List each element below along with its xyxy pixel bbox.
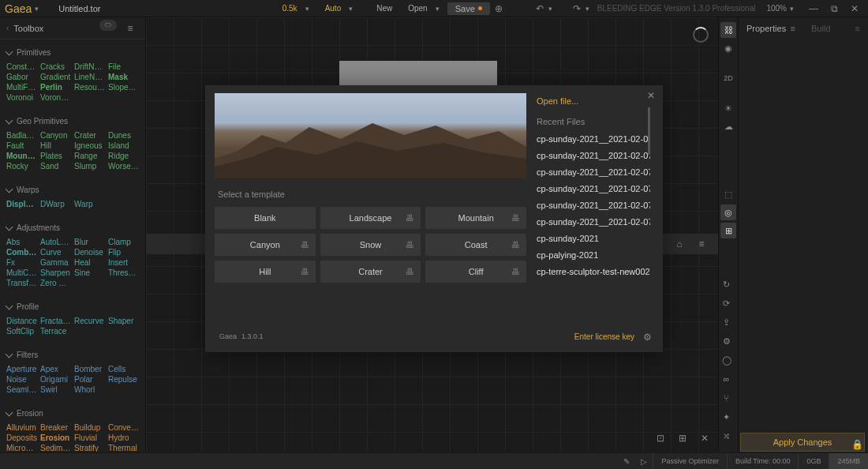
node-linenoise[interactable]: LineNoise bbox=[74, 73, 105, 81]
node-igneous[interactable]: Igneous bbox=[74, 141, 105, 150]
node-terrace[interactable]: Terrace bbox=[40, 327, 71, 336]
scale-value[interactable]: 0.5k bbox=[275, 4, 305, 13]
maximize-icon[interactable]: ⧉ bbox=[825, 0, 843, 17]
node-origami[interactable]: Origami bbox=[40, 375, 71, 384]
save-button[interactable]: Save bbox=[447, 2, 490, 15]
node-shaper[interactable]: Shaper bbox=[108, 317, 139, 325]
crop-icon[interactable]: ⬚ bbox=[720, 186, 736, 202]
cloud-icon[interactable]: ☁ bbox=[720, 118, 736, 134]
node-ridge[interactable]: Ridge bbox=[108, 152, 139, 160]
node-cracks[interactable]: Cracks bbox=[40, 62, 71, 71]
template-cliff-button[interactable]: Cliff🖶 bbox=[425, 261, 526, 283]
node-zerobord[interactable]: Zero Bord... bbox=[40, 279, 71, 287]
template-blank-button[interactable]: Blank bbox=[215, 207, 316, 229]
node-fx[interactable]: Fx bbox=[6, 258, 37, 267]
tool-fork-icon[interactable]: ⑂ bbox=[719, 390, 735, 406]
target-icon[interactable]: ◎ bbox=[720, 204, 736, 220]
node-resource[interactable]: Resource bbox=[74, 83, 105, 92]
recent-file-item[interactable]: cp-sunday-2021__2021-02-07__10 bbox=[537, 134, 650, 144]
node-threshold[interactable]: Threshold bbox=[108, 268, 139, 277]
node-sine[interactable]: Sine bbox=[74, 268, 105, 277]
node-transform[interactable]: Transform bbox=[6, 279, 37, 287]
snap2-icon[interactable]: ⊞ bbox=[674, 430, 691, 447]
template-hill-button[interactable]: Hill🖶 bbox=[215, 261, 316, 283]
apply-changes-button[interactable]: Apply Changes bbox=[740, 433, 865, 452]
logo-chevron-icon[interactable]: ▾ bbox=[35, 5, 39, 13]
recent-file-item[interactable]: cp-sunday-2021__2021-02-07__10 bbox=[537, 201, 650, 210]
node-aperture[interactable]: Aperture bbox=[6, 365, 37, 373]
undo-icon[interactable]: ↶ bbox=[531, 0, 548, 17]
lock-icon[interactable]: 🔒 bbox=[851, 439, 863, 450]
node-autolevel[interactable]: AutoLevel bbox=[40, 238, 71, 246]
node-mask[interactable]: Mask bbox=[108, 73, 139, 81]
node-stratify[interactable]: Stratify bbox=[74, 444, 105, 452]
link-icon[interactable]: ⛓ bbox=[720, 22, 736, 38]
template-landscape-button[interactable]: Landscape🖶 bbox=[320, 207, 421, 229]
category-warps[interactable]: Warps bbox=[6, 182, 139, 198]
category-erosion[interactable]: Erosion bbox=[6, 405, 139, 422]
node-thermal[interactable]: Thermal bbox=[108, 444, 139, 452]
recent-file-item[interactable]: cp-sunday-2021__2021-02-07__10 bbox=[537, 217, 650, 227]
node-softclip[interactable]: SoftClip bbox=[6, 327, 37, 336]
auto-chevron-icon[interactable]: ▾ bbox=[349, 5, 353, 13]
node-deposits[interactable]: Deposits bbox=[6, 433, 37, 442]
node-crater[interactable]: Crater bbox=[74, 131, 105, 140]
minimize-icon[interactable]: — bbox=[805, 0, 822, 17]
template-canyon-button[interactable]: Canyon🖶 bbox=[215, 234, 316, 256]
view-2d-button[interactable]: 2D bbox=[720, 70, 736, 86]
node-multifractal[interactable]: MultiFractal bbox=[6, 83, 37, 92]
zoom-chev-icon[interactable]: ▾ bbox=[790, 5, 794, 13]
node-recurve[interactable]: Recurve bbox=[74, 317, 105, 325]
node-sand[interactable]: Sand bbox=[40, 162, 71, 171]
node-plates[interactable]: Plates bbox=[40, 152, 71, 160]
node-buildup[interactable]: Buildup bbox=[74, 423, 105, 432]
node-fluvial[interactable]: Fluvial bbox=[74, 433, 105, 442]
node-seamless[interactable]: Seamless bbox=[6, 385, 37, 394]
node-swirl[interactable]: Swirl bbox=[40, 385, 71, 394]
node-sharpen[interactable]: Sharpen bbox=[40, 268, 71, 277]
node-heal[interactable]: Heal bbox=[74, 258, 105, 267]
node-mountain[interactable]: Mountain bbox=[6, 152, 37, 160]
node-breaker[interactable]: Breaker bbox=[40, 423, 71, 432]
node-distance[interactable]: Distance bbox=[6, 317, 37, 325]
recent-file-item[interactable]: cp-sunday-2021__2021-02-07__10 bbox=[537, 167, 650, 177]
node-fractalte[interactable]: FractalTe... bbox=[40, 317, 71, 325]
auto-label[interactable]: Auto bbox=[317, 4, 350, 13]
node-hydro[interactable]: Hydro bbox=[108, 433, 139, 442]
node-blur[interactable]: Blur bbox=[74, 238, 105, 246]
graph-menu-icon[interactable]: ≡ bbox=[693, 235, 710, 253]
node-flip[interactable]: Flip bbox=[108, 248, 139, 257]
collapse-icon[interactable]: ‹ bbox=[6, 24, 9, 32]
snap1-icon[interactable]: ⊡ bbox=[652, 430, 669, 447]
tool-export-icon[interactable]: ⇪ bbox=[719, 314, 735, 330]
node-abs[interactable]: Abs bbox=[6, 238, 37, 246]
category-adjustments[interactable]: Adjustments bbox=[6, 219, 139, 236]
node-gradient[interactable]: Gradient bbox=[40, 73, 71, 81]
node-repulse[interactable]: Repulse bbox=[108, 375, 139, 384]
settings-gear-icon[interactable]: ⚙ bbox=[643, 332, 652, 343]
recent-file-item[interactable]: cp-sunday-2021__2021-02-07__10 bbox=[537, 151, 650, 160]
home-icon[interactable]: ⌂ bbox=[671, 235, 688, 253]
template-mountain-button[interactable]: Mountain🖶 bbox=[425, 207, 526, 229]
recent-file-item[interactable]: cp-terre-sculptor-test-new002 bbox=[537, 267, 650, 276]
tool-shuffle-icon[interactable]: ⤮ bbox=[719, 428, 735, 444]
tool-rotate-icon[interactable]: ↻ bbox=[719, 276, 735, 292]
node-clamp[interactable]: Clamp bbox=[108, 238, 139, 246]
node-alluvium[interactable]: Alluvium bbox=[6, 423, 37, 432]
node-driftnoise[interactable]: DriftNoise bbox=[74, 62, 105, 71]
node-constant[interactable]: Constant bbox=[6, 62, 37, 71]
node-dunes[interactable]: Dunes bbox=[108, 131, 139, 140]
node-badlands[interactable]: Badlands bbox=[6, 131, 37, 140]
node-gamma[interactable]: Gamma bbox=[40, 258, 71, 267]
close-window-icon[interactable]: ✕ bbox=[846, 0, 863, 17]
node-polar[interactable]: Polar bbox=[74, 375, 105, 384]
recent-file-item[interactable]: cp-sunday-2021__2021-02-07__10 bbox=[537, 184, 650, 193]
app-logo[interactable]: Gaea bbox=[5, 2, 32, 15]
snap3-icon[interactable]: ✕ bbox=[696, 430, 713, 447]
tool-circle-icon[interactable]: ◯ bbox=[719, 352, 735, 368]
node-microeros[interactable]: MicroEros... bbox=[6, 444, 37, 452]
sun-icon[interactable]: ☀ bbox=[720, 100, 736, 116]
toggle-icon[interactable]: ⬭ bbox=[99, 20, 117, 31]
open-chevron-icon[interactable]: ▾ bbox=[436, 5, 440, 13]
node-warp[interactable]: Warp bbox=[74, 200, 105, 208]
